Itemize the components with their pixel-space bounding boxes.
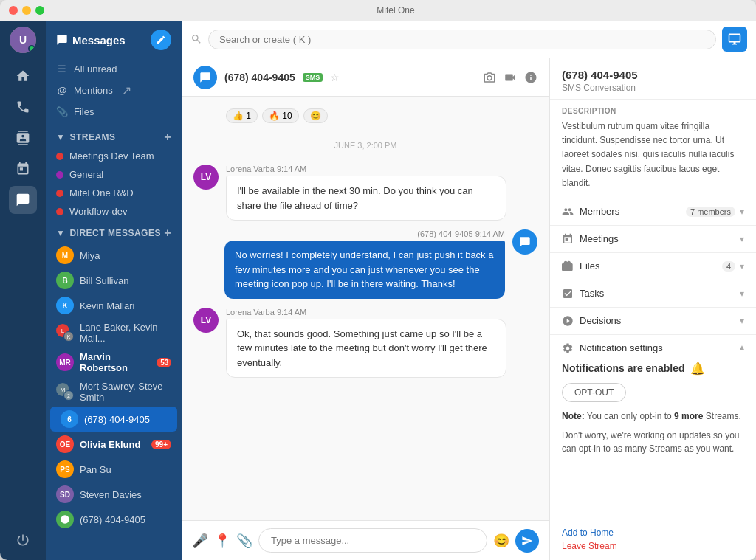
members-label: Members — [580, 206, 619, 217]
members-right: 7 members ▾ — [686, 207, 744, 217]
message-row: (678) 404-9405 9:14 AM No worries! I com… — [193, 229, 537, 299]
sidebar-item-files[interactable]: 📎 Files — [46, 102, 182, 122]
nav-home-button[interactable] — [9, 62, 37, 90]
dm-item-steven-davies[interactable]: SD Steven Davies — [46, 482, 182, 507]
right-panel-phone: (678) 404-9405 — [562, 69, 744, 81]
dm-avatar — [56, 511, 74, 528]
nav-messages-button[interactable] — [9, 186, 37, 214]
tasks-collapsible[interactable]: Tasks ▾ — [550, 280, 756, 308]
sidebar-item-all-unread[interactable]: ☰ All unread — [46, 59, 182, 79]
emoji-icon[interactable]: 😊 — [493, 533, 509, 549]
video-icon[interactable] — [504, 70, 517, 84]
stream-dot — [56, 153, 63, 160]
compose-button[interactable] — [151, 30, 171, 50]
nav-contacts-button[interactable] — [9, 124, 37, 152]
reaction-smile[interactable]: 😊 — [303, 108, 328, 123]
message-content: (678) 404-9405 9:14 AM No worries! I com… — [224, 229, 505, 299]
decisions-label: Decisions — [580, 315, 621, 326]
decisions-label-group: Decisions — [562, 315, 621, 327]
files-label-group: Files — [562, 260, 599, 272]
stream-item-general[interactable]: General — [46, 165, 182, 184]
members-label-group: Members — [562, 206, 619, 218]
dm-badge-marvin: 53 — [157, 358, 171, 367]
notification-note: Note: You can only opt-in to 9 more Stre… — [562, 409, 744, 423]
dm-avatar: 6 — [61, 410, 78, 428]
chat-contact-type: SMS — [303, 73, 323, 82]
nav-power-button[interactable] — [9, 526, 37, 554]
meetings-collapsible[interactable]: Meetings ▾ — [550, 226, 756, 253]
notification-chevron-icon: ▾ — [740, 343, 744, 353]
add-stream-button[interactable]: + — [164, 131, 171, 144]
search-input[interactable] — [208, 30, 716, 49]
dm-item-olivia-eklund[interactable]: OE Olivia Eklund 99+ — [46, 432, 182, 457]
dm-item-phone-bottom[interactable]: (678) 404-9405 — [46, 507, 182, 532]
info-icon[interactable] — [524, 70, 537, 84]
tasks-chevron-icon: ▾ — [740, 288, 744, 299]
add-to-home-link[interactable]: Add to Home — [562, 528, 744, 538]
message-avatar: LV — [193, 308, 219, 333]
dm-item-mort-sawrey[interactable]: M 2 Mort Sawrey, Steve Smith — [46, 377, 182, 407]
leave-stream-link[interactable]: Leave Stream — [562, 541, 744, 551]
screenshot-icon[interactable] — [483, 70, 496, 84]
dm-item-miya[interactable]: M Miya — [46, 243, 182, 268]
members-collapsible[interactable]: Members 7 members ▾ — [550, 198, 756, 226]
files-collapsible[interactable]: Files 4 ▾ — [550, 253, 756, 280]
add-dm-button[interactable]: + — [164, 227, 171, 240]
description-section: DESCRIPTION Vestibulum rutrum quam vitae… — [550, 100, 756, 198]
message-content: Lorena Varba 9:14 AM I'll be available i… — [226, 165, 506, 221]
dm-avatar: OE — [56, 435, 74, 453]
search-icon — [190, 33, 202, 45]
nav-phone-button[interactable] — [9, 93, 37, 121]
dm-item-marvin-robertson[interactable]: MR Marvin Robertson 53 — [46, 348, 182, 377]
notification-settings-label-group: Notification settings — [562, 342, 663, 354]
dm-avatar: B — [56, 272, 74, 289]
dm-item-current-active[interactable]: 6 (678) 404-9405 — [50, 407, 177, 432]
files-icon: 📎 — [56, 106, 68, 117]
reaction-fire[interactable]: 🔥 10 — [262, 108, 299, 123]
reaction-thumbsup[interactable]: 👍 1 — [226, 108, 258, 123]
stream-item-meetings-dev[interactable]: Meetings Dev Team — [46, 147, 182, 165]
message-bubble: No worries! I completely understand, I c… — [224, 241, 505, 299]
maximize-dot[interactable] — [35, 6, 44, 15]
notifications-enabled-text: Notifications are enabled — [562, 362, 684, 374]
location-icon[interactable]: 📍 — [214, 533, 230, 549]
sidebar-item-mentions[interactable]: @ Mentions ↗ — [46, 79, 182, 102]
streams-section-label: ▼ Streams — [56, 132, 116, 142]
stream-item-workflow-dev[interactable]: Workflow-dev — [46, 202, 182, 221]
minimize-dot[interactable] — [22, 6, 31, 15]
decisions-collapsible[interactable]: Decisions ▾ — [550, 308, 756, 335]
tasks-label-group: Tasks — [562, 288, 604, 300]
message-input[interactable] — [258, 528, 487, 553]
dm-section-header[interactable]: ▼ Direct messages + — [46, 221, 182, 243]
dm-avatar: MR — [56, 353, 74, 371]
reactions-bar: 👍 1 🔥 10 😊 — [193, 108, 537, 123]
stream-item-mitel-rd[interactable]: Mitel One R&D — [46, 184, 182, 202]
dm-item-kevin-mallari[interactable]: K Kevin Mallari — [46, 293, 182, 318]
files-chevron-icon: ▾ — [740, 261, 744, 272]
dm-item-bill-sullivan[interactable]: B Bill Sullivan — [46, 268, 182, 293]
chat-header: (678) 404-9405 SMS ☆ — [182, 58, 549, 97]
notification-settings-header[interactable]: Notification settings ▾ — [562, 342, 744, 354]
user-avatar[interactable]: U — [10, 27, 36, 53]
star-button[interactable]: ☆ — [330, 72, 340, 83]
attachment-icon[interactable]: 📎 — [236, 533, 252, 549]
dm-item-lane-baker[interactable]: L K Lane Baker, Kevin Mall... — [46, 318, 182, 348]
message-bubble: I'll be available in the next 30 min. Do… — [226, 176, 506, 221]
dm-item-pan-su[interactable]: PS Pan Su — [46, 457, 182, 482]
files-right: 4 ▾ — [722, 261, 744, 272]
files-badge: 4 — [722, 261, 735, 272]
chat-input-area: 🎤 📍 📎 😊 — [182, 520, 549, 560]
dm-section-label: ▼ Direct messages — [56, 228, 161, 238]
main-content: (678) 404-9405 SMS ☆ — [182, 21, 756, 560]
monitor-icon[interactable] — [722, 27, 747, 52]
message-bubble: Ok, that sounds good. Something just cam… — [226, 319, 506, 378]
dm-list: M Miya B Bill Sullivan K Kevin Mallari L — [46, 243, 182, 532]
streams-section-header[interactable]: ▼ Streams + — [46, 125, 182, 147]
opt-out-button[interactable]: OPT-OUT — [562, 383, 626, 402]
mentions-icon: @ — [56, 85, 68, 96]
close-dot[interactable] — [9, 6, 18, 15]
send-button[interactable] — [515, 529, 539, 553]
microphone-icon[interactable]: 🎤 — [192, 533, 208, 549]
message-meta: (678) 404-9405 9:14 AM — [224, 229, 505, 238]
nav-calendar-button[interactable] — [9, 155, 37, 183]
